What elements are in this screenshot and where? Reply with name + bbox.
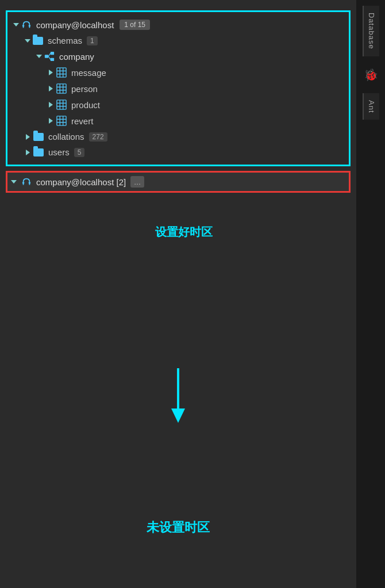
second-conn-arrow-icon (11, 180, 17, 184)
expand-arrow-icon (13, 23, 19, 26)
pagination-badge: 1 of 15 (120, 20, 150, 30)
second-connection-box[interactable]: company@localhost [2] ... (6, 171, 351, 193)
table-icon-message (56, 67, 67, 78)
svg-rect-24 (57, 116, 66, 125)
schema-icon (44, 51, 55, 62)
svg-rect-5 (51, 52, 54, 55)
message-table-name: message (71, 68, 106, 78)
first-connection-box: company@localhost 1 of 15 schemas 1 (6, 10, 351, 166)
svg-rect-6 (51, 58, 54, 61)
schemas-folder-icon (33, 37, 43, 45)
users-arrow-icon (26, 150, 30, 155)
svg-rect-14 (57, 84, 66, 93)
second-connection-dots[interactable]: ... (130, 176, 144, 188)
second-connection-name: company@localhost [2] (36, 177, 126, 187)
svg-rect-9 (57, 68, 66, 77)
first-connection-item[interactable]: company@localhost 1 of 15 (7, 17, 349, 33)
person-table-name: person (71, 84, 98, 94)
collations-count: 272 (89, 132, 107, 142)
arrow-annotation (161, 368, 195, 428)
revert-table-name: revert (71, 116, 93, 126)
right-sidebar: Database 🐞 Ant (356, 0, 385, 588)
timezone-notset-annotation: 未设置时区 (147, 519, 210, 536)
collations-item[interactable]: collations 272 (7, 129, 349, 144)
product-table-name: product (71, 100, 100, 110)
first-connection-name: company@localhost (36, 20, 114, 30)
collations-folder-icon (33, 133, 44, 141)
company-schema-item[interactable]: company (7, 48, 349, 64)
table-icon-person (56, 83, 67, 94)
product-arrow-icon (49, 102, 53, 108)
table-icon-revert (56, 116, 67, 126)
svg-marker-34 (171, 408, 185, 423)
schemas-label: schemas (48, 36, 82, 45)
database-tab[interactable]: Database (363, 6, 379, 56)
connection-icon (21, 20, 32, 30)
schemas-item[interactable]: schemas 1 (7, 33, 349, 48)
message-table-item[interactable]: message (7, 64, 349, 81)
person-arrow-icon (49, 86, 53, 91)
ant-tab[interactable]: Ant (363, 93, 379, 120)
second-connection-icon (21, 177, 32, 187)
svg-line-8 (48, 56, 51, 59)
revert-table-item[interactable]: revert (7, 113, 349, 129)
table-icon-product (56, 100, 67, 110)
bug-icon[interactable]: 🐞 (364, 68, 378, 82)
schemas-count: 1 (87, 36, 98, 45)
users-folder-icon (33, 148, 44, 156)
svg-rect-4 (45, 55, 48, 58)
schemas-arrow-icon (25, 39, 30, 43)
person-table-item[interactable]: person (7, 81, 349, 97)
users-label: users (48, 147, 70, 157)
message-arrow-icon (49, 70, 53, 75)
users-item[interactable]: users 5 (7, 144, 349, 160)
company-schema-name: company (59, 52, 94, 62)
collations-arrow-icon (26, 134, 30, 140)
revert-arrow-icon (49, 118, 53, 124)
collations-label: collations (48, 132, 84, 142)
timezone-set-annotation: 设置好时区 (155, 224, 213, 240)
svg-rect-19 (57, 100, 66, 109)
company-arrow-icon (36, 55, 42, 58)
svg-line-7 (48, 54, 51, 56)
product-table-item[interactable]: product (7, 97, 349, 113)
users-count: 5 (74, 148, 85, 157)
tree-panel: company@localhost 1 of 15 schemas 1 (0, 0, 356, 588)
